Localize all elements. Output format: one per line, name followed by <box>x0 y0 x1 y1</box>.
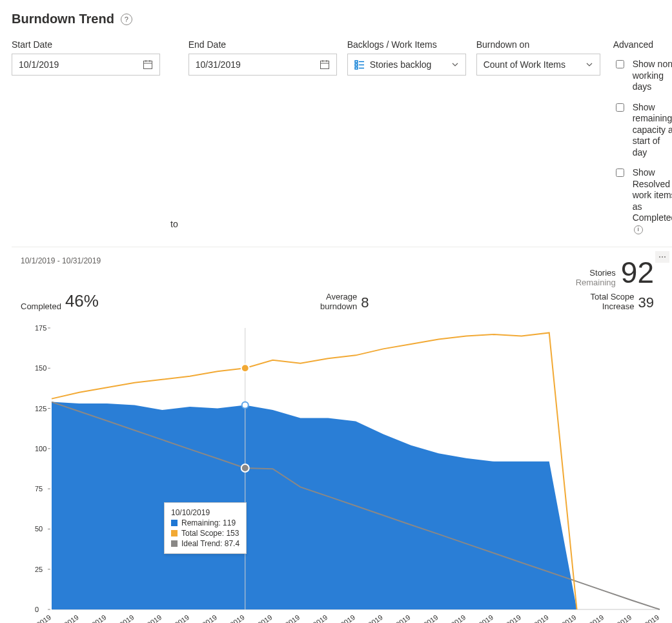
start-date-label: Start Date <box>12 39 160 50</box>
svg-text:10/7/2019: 10/7/2019 <box>132 613 163 623</box>
burndown-on-label: Burndown on <box>476 39 600 50</box>
info-icon[interactable]: i <box>634 225 643 234</box>
chevron-down-icon <box>451 61 459 68</box>
checkbox[interactable] <box>616 60 624 68</box>
calendar-icon[interactable] <box>143 59 153 70</box>
svg-text:10/22/2019: 10/22/2019 <box>433 613 467 623</box>
show-remaining-capacity-checkbox[interactable]: Show remaining capacity at start of day <box>613 102 672 159</box>
burndown-on-value: Count of Work Items <box>484 59 565 70</box>
chart-card: ⋯ 10/1/2019 - 10/31/2019 Stories Remaini… <box>12 247 672 623</box>
burndown-on-select[interactable]: Count of Work Items <box>476 54 600 76</box>
end-date-value: 10/31/2019 <box>196 59 241 70</box>
backlogs-value: Stories backlog <box>370 59 432 70</box>
svg-rect-0 <box>144 61 152 69</box>
backlog-icon <box>354 59 365 70</box>
show-nonworking-label: Show non-working days <box>633 59 672 93</box>
svg-text:10/25/2019: 10/25/2019 <box>516 613 550 623</box>
svg-text:10/2/2019: 10/2/2019 <box>50 613 80 623</box>
burndown-chart[interactable]: 025507510012515017510/1/201910/2/201910/… <box>17 319 666 623</box>
svg-text:10/4/2019: 10/4/2019 <box>105 613 136 623</box>
start-date-value: 10/1/2019 <box>19 59 59 70</box>
page-title: Burndown Trend <box>12 12 114 26</box>
svg-text:125: 125 <box>35 405 46 413</box>
backlogs-select[interactable]: Stories backlog <box>347 54 466 76</box>
svg-text:0: 0 <box>35 606 39 613</box>
show-resolved-checkbox[interactable]: Show Resolved work items as Completed i <box>613 167 672 235</box>
svg-text:10/30/2019: 10/30/2019 <box>599 613 633 623</box>
svg-text:10/28/2019: 10/28/2019 <box>544 613 578 623</box>
marker-ideal-trend <box>241 464 249 472</box>
show-remaining-capacity-label: Show remaining capacity at start of day <box>633 102 672 159</box>
scope-increase-value: 39 <box>638 294 654 311</box>
svg-rect-10 <box>355 67 358 69</box>
svg-text:25: 25 <box>35 566 43 573</box>
tooltip-ideal: Ideal Trend: 87.4 <box>181 539 239 548</box>
average-burndown-value: 8 <box>361 294 369 311</box>
svg-rect-8 <box>355 61 358 63</box>
svg-text:10/24/2019: 10/24/2019 <box>489 613 522 623</box>
chart-tooltip: 10/10/2019 Remaining: 119 Total Scope: 1… <box>164 502 247 554</box>
svg-text:10/29/2019: 10/29/2019 <box>572 613 606 623</box>
tooltip-date: 10/10/2019 <box>171 508 239 517</box>
svg-text:10/23/2019: 10/23/2019 <box>461 613 494 623</box>
remaining-metric: Stories Remaining 92 <box>576 258 654 287</box>
calendar-icon[interactable] <box>320 59 330 70</box>
svg-text:100: 100 <box>35 445 46 453</box>
svg-text:50: 50 <box>35 525 43 533</box>
svg-text:10/14/2019: 10/14/2019 <box>268 613 301 623</box>
tooltip-remaining: Remaining: 119 <box>181 518 236 527</box>
remaining-value: 92 <box>621 258 654 287</box>
svg-text:10/11/2019: 10/11/2019 <box>240 613 274 623</box>
svg-text:10/9/2019: 10/9/2019 <box>188 613 218 623</box>
svg-text:10/16/2019: 10/16/2019 <box>323 613 356 623</box>
marker-total-scope <box>241 364 249 372</box>
help-icon[interactable]: ? <box>121 14 132 25</box>
svg-text:175: 175 <box>35 324 46 332</box>
completed-value: 46% <box>65 291 99 311</box>
advanced-label: Advanced <box>613 39 672 50</box>
scope-increase-metric: Total ScopeIncrease 39 <box>591 292 654 311</box>
chevron-down-icon <box>585 61 593 68</box>
start-date-input[interactable]: 10/1/2019 <box>12 54 160 76</box>
checkbox[interactable] <box>616 103 624 112</box>
svg-text:150: 150 <box>35 364 46 372</box>
completed-metric: Completed 46% <box>21 291 99 311</box>
svg-rect-9 <box>355 64 358 66</box>
show-resolved-label: Show Resolved work items as Completed i <box>633 167 672 235</box>
svg-text:10/17/2019: 10/17/2019 <box>351 613 384 623</box>
svg-text:10/31/2019: 10/31/2019 <box>627 613 660 623</box>
tooltip-total: Total Scope: 153 <box>181 529 239 538</box>
marker-remaining <box>242 402 249 409</box>
svg-text:10/10/2019: 10/10/2019 <box>212 613 246 623</box>
svg-text:75: 75 <box>35 485 43 493</box>
average-burndown-metric: Averageburndown 8 <box>320 292 369 311</box>
svg-rect-4 <box>320 61 329 69</box>
series-remaining <box>52 402 577 609</box>
more-menu[interactable]: ⋯ <box>655 251 669 263</box>
svg-text:10/3/2019: 10/3/2019 <box>77 613 108 623</box>
svg-text:10/1/2019: 10/1/2019 <box>22 613 52 623</box>
svg-text:10/15/2019: 10/15/2019 <box>295 613 329 623</box>
end-date-input[interactable]: 10/31/2019 <box>188 54 337 76</box>
svg-text:10/21/2019: 10/21/2019 <box>406 613 440 623</box>
svg-text:10/8/2019: 10/8/2019 <box>160 613 190 623</box>
show-nonworking-checkbox[interactable]: Show non-working days <box>613 59 672 93</box>
svg-text:10/18/2019: 10/18/2019 <box>378 613 412 623</box>
backlogs-label: Backlogs / Work Items <box>347 39 466 50</box>
to-label: to <box>170 213 178 235</box>
checkbox[interactable] <box>616 169 624 177</box>
end-date-label: End Date <box>188 39 337 50</box>
